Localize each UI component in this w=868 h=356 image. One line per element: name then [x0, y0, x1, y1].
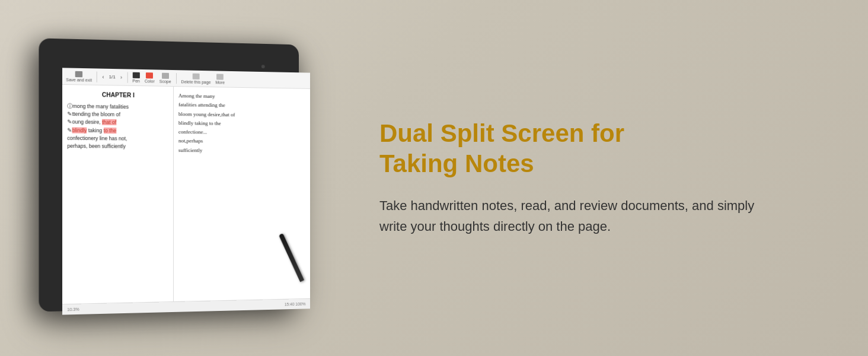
- toolbar-separator: [97, 71, 97, 82]
- handwriting-text: Among the many fatalities attending the …: [178, 91, 305, 155]
- pen-label: Pen: [132, 78, 140, 82]
- text-line-1: mong the many fatalities: [73, 103, 129, 110]
- delete-btn[interactable]: Delete this page: [181, 73, 211, 84]
- highlight-that-of: that of: [102, 119, 116, 125]
- screen-content: CHAPTER I ⓘmong the many fatalities ✎tte…: [62, 85, 310, 304]
- save-exit-btn[interactable]: Save and exit: [66, 71, 92, 82]
- text-line-6: perhaps, been sufficiently: [67, 143, 126, 150]
- save-exit-label: Save and exit: [66, 77, 92, 82]
- color-btn[interactable]: Color: [145, 72, 155, 83]
- time-battery: 15:40 100%: [285, 302, 306, 307]
- toolbar-separator-2: [127, 72, 127, 82]
- more-icon: [216, 74, 224, 80]
- book-text: ⓘmong the many fatalities ✎ttending the …: [67, 103, 168, 151]
- prev-page-btn[interactable]: ‹: [102, 74, 104, 80]
- text-icon-2: ✎: [67, 111, 72, 117]
- stylus-pen: [279, 233, 304, 282]
- save-icon: [75, 71, 82, 77]
- feature-title: Dual Split Screen for Taking Notes: [379, 119, 821, 179]
- next-page-btn[interactable]: ›: [120, 74, 122, 80]
- handwriting-panel: Among the many fatalities attending the …: [174, 87, 310, 301]
- feature-title-line1: Dual Split Screen for: [379, 119, 624, 147]
- left-section: Save and exit ‹ 1/1 › Pen Color: [0, 0, 344, 356]
- scope-btn[interactable]: Scope: [159, 72, 171, 83]
- text-taking: taking: [88, 127, 102, 133]
- reading-panel: CHAPTER I ⓘmong the many fatalities ✎tte…: [62, 85, 174, 304]
- feature-title-line2: Taking Notes: [379, 150, 534, 177]
- scope-icon: [162, 72, 169, 78]
- tablet-screen: Save and exit ‹ 1/1 › Pen Color: [62, 68, 310, 314]
- more-btn[interactable]: More: [215, 74, 225, 84]
- tablet-wrapper: Save and exit ‹ 1/1 › Pen Color: [20, 20, 315, 337]
- text-line-5: confectionery line has not,: [67, 135, 127, 141]
- text-char: ⓘ: [67, 103, 72, 109]
- delete-icon: [193, 73, 200, 79]
- highlight-to-the: to the: [104, 127, 117, 133]
- tablet-camera: [261, 65, 265, 68]
- color-icon: [146, 72, 153, 78]
- delete-label: Delete this page: [181, 80, 211, 84]
- text-icon-4: ✎: [67, 127, 72, 133]
- chapter-title: CHAPTER I: [67, 91, 168, 99]
- tablet-body: Save and exit ‹ 1/1 › Pen Color: [39, 38, 299, 312]
- right-section: Dual Split Screen for Taking Notes Take …: [344, 83, 868, 272]
- pen-icon: [133, 72, 140, 78]
- page-indicator: 1/1: [109, 74, 116, 80]
- more-label: More: [215, 80, 225, 84]
- scope-label: Scope: [159, 79, 171, 83]
- text-icon-3: ✎: [67, 119, 72, 125]
- feature-description: Take handwritten notes, read, and review…: [379, 195, 783, 237]
- pen-btn[interactable]: Pen: [132, 72, 140, 82]
- color-label: Color: [145, 79, 155, 83]
- zoom-level: 10.3%: [67, 307, 79, 312]
- toolbar-separator-3: [176, 73, 177, 84]
- highlight-blindly: blindly: [72, 127, 87, 133]
- text-line-2: ttending the bloom of: [72, 111, 120, 117]
- text-line-3: oung desire, that of: [72, 119, 117, 126]
